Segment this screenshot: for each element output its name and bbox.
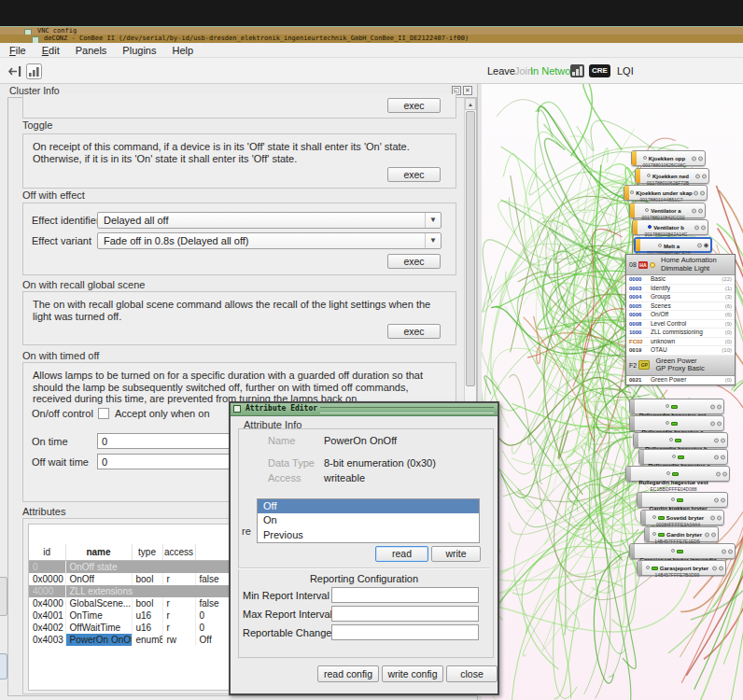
graph-node[interactable]: Rullegardin hagestue cD0CF5EFFFE098853 (638, 449, 728, 465)
cre-badge[interactable]: CRE (589, 58, 610, 84)
menu-item-panels[interactable]: Panels (76, 45, 107, 56)
graph-node[interactable]: Kjoekken opp001788010625C08C (631, 150, 706, 166)
node-indicator-icon (712, 566, 717, 570)
exec-toggle-button[interactable]: exec (387, 167, 441, 182)
vnc-titlebar[interactable]: VNC config (0, 26, 743, 35)
chevron-down-icon: ▼ (425, 233, 441, 248)
graph-node[interactable]: Gardin kjøkken bryter90F05FFFFE47F0F3 (637, 492, 728, 508)
scrollbar-thumb[interactable] (466, 111, 475, 386)
reportable-change-input[interactable] (331, 624, 479, 640)
lqi-toggle[interactable]: LQI (617, 58, 634, 84)
effect-identifier-select[interactable]: Delayed all off ▼ (97, 212, 442, 229)
battery-icon (652, 567, 658, 570)
leave-network-icon[interactable] (7, 63, 23, 79)
node-name: Ventilator b (653, 225, 684, 231)
cluster-row[interactable]: 0019OTAU(10) (626, 346, 735, 356)
reporting-config-title: Reporting Configuration (231, 573, 498, 584)
menu-item-plugins[interactable]: Plugins (122, 45, 156, 56)
battery-icon (677, 498, 683, 502)
data-type-value: 8-bit enumeration (0x30) (324, 457, 436, 469)
chevron-down-icon: ▼ (425, 213, 441, 228)
close-button[interactable]: close (446, 665, 498, 682)
cluster-row[interactable]: 0008Level Control(9) (626, 320, 735, 329)
end-device-strip (630, 399, 635, 413)
cluster-row[interactable]: 0003Identify(1) (626, 285, 735, 294)
close-panel-icon[interactable]: ✕ (463, 86, 472, 95)
app-titlebar[interactable]: deCONZ - ConBee II (/dev/serial/by-id/us… (0, 35, 743, 43)
cluster-row[interactable]: FC02unknown(0) (626, 338, 735, 347)
graph-node[interactable]: Sovetid bryter00084FFFFE3A04A4 (640, 510, 724, 525)
cluster-id: 0003 (629, 285, 641, 293)
node-indicator-icon (710, 515, 715, 520)
min-report-interval-input[interactable] (331, 587, 479, 603)
node-indicator-icon (714, 455, 719, 459)
expanded-node-panel[interactable]: 08HAHome AutomationDimmable Light0000Bas… (625, 254, 736, 385)
cluster-row[interactable]: 1000ZLL commissioning(0) (626, 329, 735, 338)
exec-recall-button[interactable]: exec (387, 324, 441, 339)
menu-item-file[interactable]: File (9, 45, 26, 56)
cluster-id: 0006 (629, 311, 641, 319)
attr-col-header[interactable]: type (132, 544, 162, 561)
toggle-section-title: Toggle (22, 119, 52, 131)
leave-button[interactable]: Leave (487, 58, 515, 84)
effect-variant-select[interactable]: Fade off in 0.8s (Delayed all off) ▼ (97, 232, 442, 249)
node-state-icon (645, 208, 649, 212)
node-indicator-icon (721, 455, 725, 459)
accept-only-checkbox[interactable] (98, 408, 109, 419)
value-option-list[interactable]: OffOnPrevious (257, 498, 480, 543)
max-report-interval-input[interactable] (331, 606, 479, 622)
attribute-count: (1) (725, 285, 732, 293)
cluster-name: On/Off (651, 311, 668, 319)
graph-node[interactable]: Rullegardin hagestue bEC1BBDFFFE466955 (633, 432, 728, 448)
node-indicator-icon (710, 421, 715, 426)
menu-item-help[interactable]: Help (172, 45, 193, 56)
graph-node[interactable]: Rullegardin hagestue øst00084FFFFE8C232C (629, 399, 724, 414)
collapsed-panel-tab[interactable] (0, 653, 7, 679)
value-option[interactable]: On (258, 513, 479, 527)
exec-off-button[interactable]: exec (387, 98, 441, 113)
cluster-row[interactable]: 0006On/Off(6) (626, 311, 735, 320)
cluster-row[interactable]: 0005Scenes(6) (626, 302, 735, 312)
scroll-up-icon[interactable]: ▲ (465, 98, 476, 110)
end-device-strip (634, 433, 638, 447)
graph-node[interactable]: Ventilator b001788010842A14C (632, 219, 708, 235)
attr-col-header[interactable]: access (162, 544, 195, 561)
cluster-name: Basic (651, 275, 666, 284)
attr-col-header[interactable]: id (29, 544, 65, 561)
graph-node[interactable]: Kjoekken under skap00178801044B51C7 (624, 185, 708, 201)
write-config-button[interactable]: write config (382, 665, 443, 682)
collapsed-panel-tab[interactable] (0, 577, 7, 616)
graph-node[interactable]: Garasjeport bryter14B457FFFE7B0D99 (637, 560, 726, 576)
value-option[interactable]: Off (258, 499, 479, 513)
node-name: Ventilator a (651, 208, 680, 214)
read-button[interactable]: read (375, 546, 428, 562)
endpoint-header[interactable]: F2GPGreen PowerGP Proxy Basic (626, 356, 735, 376)
graph-node[interactable]: Ventilator a001788010842CC02 (629, 203, 706, 218)
cluster-row[interactable]: 0000Basic(22) (626, 275, 735, 285)
attribute-count: (3) (725, 293, 732, 301)
write-button[interactable]: write (431, 546, 481, 562)
graph-node[interactable]: Kjoekken ned001788010626F72B (635, 168, 709, 184)
value-option[interactable]: Previous (258, 528, 479, 542)
battery-icon (658, 533, 665, 537)
endpoint-header[interactable]: 08HAHome AutomationDimmable Light (626, 255, 735, 275)
cluster-row[interactable]: 0004Groups(3) (626, 293, 735, 302)
lqi-chart-icon[interactable] (26, 63, 42, 79)
attr-col-header[interactable]: name (65, 544, 132, 561)
router-strip (632, 151, 637, 165)
menu-item-edit[interactable]: Edit (42, 45, 60, 56)
exec-effect-button[interactable]: exec (387, 254, 441, 269)
graph-node[interactable]: Rullegardin hagestue aD0CF5EFFFE999467 (629, 415, 724, 431)
read-config-button[interactable]: read config (317, 665, 379, 682)
dialog-titlebar[interactable]: Attribute Editor (231, 403, 498, 416)
node-indicator-icon (701, 225, 706, 230)
signal-icon[interactable] (570, 58, 584, 84)
graph-node[interactable]: Garasjeport bryter innvendig00084FFFFE3A… (629, 543, 736, 559)
cluster-name: Scenes (651, 302, 671, 311)
cluster-row[interactable]: 0021Green Power(0) (626, 376, 735, 385)
network-graph-view[interactable]: Kjoekken opp001788010625C08CKjoekken ned… (482, 84, 743, 700)
window-menu-icon[interactable] (233, 405, 241, 413)
graph-node[interactable]: Gardin bryter14B457FFFE7E1ED5 (644, 526, 719, 542)
graph-node[interactable]: Melt a00178801081ACE16 (634, 237, 712, 253)
graph-node[interactable]: Rullegardin hagestue vestEC1BBDFFFE04D08… (625, 466, 730, 482)
